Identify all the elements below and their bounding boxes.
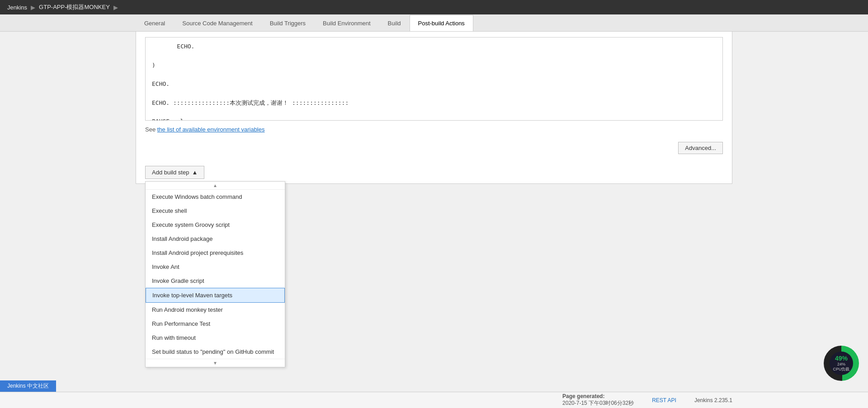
jenkins-community-bar: Jenkins 中文社区 bbox=[0, 380, 56, 392]
dropdown-item-invoke-maven[interactable]: Invoke top-level Maven targets bbox=[146, 288, 285, 303]
tab-build-triggers[interactable]: Build Triggers bbox=[261, 15, 314, 31]
jenkins-version-label: Jenkins 2.235.1 bbox=[694, 397, 732, 403]
add-build-step-arrow-icon: ▲ bbox=[192, 169, 198, 176]
advanced-row: Advanced... bbox=[136, 138, 732, 161]
code-line-6 bbox=[152, 89, 716, 98]
jenkins-community-label: Jenkins 中文社区 bbox=[7, 383, 49, 389]
code-line-7: ECHO. ::::::::::::::::本次测试完成，谢谢！ :::::::… bbox=[152, 98, 716, 108]
tab-build-environment[interactable]: Build Environment bbox=[314, 15, 379, 31]
main-content: ECHO. ) ECHO. ECHO. ::::::::::::::::本次测试… bbox=[136, 32, 732, 184]
dropdown-item-install-android-pkg[interactable]: Install Android package bbox=[146, 232, 285, 246]
code-line-9: PAUSE>nul bbox=[152, 117, 716, 121]
tab-general[interactable]: General bbox=[136, 15, 174, 31]
project-link[interactable]: GTP-APP-模拟器MONKEY bbox=[39, 3, 110, 11]
cpu-inner: 49% 24% CPU负载 bbox=[830, 352, 853, 375]
breadcrumb-arrow1: ▶ bbox=[31, 4, 35, 11]
cpu-widget: 49% 24% CPU负载 bbox=[824, 346, 859, 381]
jenkins-home-link[interactable]: Jenkins bbox=[7, 4, 27, 11]
cpu-percent: 49% bbox=[835, 355, 848, 362]
dropdown-item-execute-windows[interactable]: Execute Windows batch command bbox=[146, 190, 285, 204]
cpu-load-label: CPU负载 bbox=[833, 366, 849, 372]
tab-post-build-actions[interactable]: Post-build Actions bbox=[410, 15, 473, 31]
dropdown-item-run-android-monkey[interactable]: Run Android monkey tester bbox=[146, 303, 285, 317]
cpu-load-value: 24% bbox=[837, 362, 845, 366]
code-line-5: ECHO. bbox=[152, 80, 716, 89]
dropdown-item-run-with-timeout[interactable]: Run with timeout bbox=[146, 331, 285, 345]
env-vars-prefix: See bbox=[145, 126, 157, 133]
add-build-step-button[interactable]: Add build step ▲ bbox=[145, 166, 204, 179]
add-build-step-label: Add build step bbox=[152, 169, 189, 176]
code-editor[interactable]: ECHO. ) ECHO. ECHO. ::::::::::::::::本次测试… bbox=[145, 37, 723, 121]
env-vars-row: See the list of available environment va… bbox=[136, 121, 732, 138]
breadcrumb-arrow2: ▶ bbox=[113, 4, 118, 11]
dropdown-item-invoke-ant[interactable]: Invoke Ant bbox=[146, 260, 285, 274]
code-line-3: ) bbox=[152, 61, 716, 70]
tab-source-code-management[interactable]: Source Code Management bbox=[174, 15, 261, 31]
code-line-8 bbox=[152, 108, 716, 117]
dropdown-arrow-up-icon: ▲ bbox=[146, 182, 285, 190]
tabs-bar: General Source Code Management Build Tri… bbox=[0, 14, 868, 32]
add-build-step-dropdown: ▲ Execute Windows batch command Execute … bbox=[145, 181, 285, 367]
footer: Page generated: 2020-7-15 下午03时06分32秒 RE… bbox=[0, 392, 868, 408]
page-generated-label: Page generated: bbox=[562, 393, 604, 399]
dropdown-item-set-build-status[interactable]: Set build status to "pending" on GitHub … bbox=[146, 345, 285, 359]
advanced-button[interactable]: Advanced... bbox=[678, 142, 723, 154]
dropdown-item-execute-shell[interactable]: Execute shell bbox=[146, 204, 285, 218]
code-line-1: ECHO. bbox=[152, 42, 716, 52]
dropdown-item-run-performance-test[interactable]: Run Performance Test bbox=[146, 317, 285, 331]
code-line-2 bbox=[152, 52, 716, 61]
footer-page-generated: Page generated: 2020-7-15 下午03时06分32秒 bbox=[562, 393, 634, 407]
code-header-area bbox=[136, 32, 732, 37]
tab-build[interactable]: Build bbox=[379, 15, 410, 31]
dropdown-arrow-down-icon: ▼ bbox=[146, 359, 285, 367]
env-vars-link[interactable]: the list of available environment variab… bbox=[157, 126, 265, 133]
dropdown-item-install-android-prereqs[interactable]: Install Android project prerequisites bbox=[146, 246, 285, 260]
add-build-step-row: Add build step ▲ ▲ Execute Windows batch… bbox=[136, 161, 732, 183]
code-line-4 bbox=[152, 70, 716, 80]
rest-api-link[interactable]: REST API bbox=[652, 397, 676, 403]
dropdown-item-invoke-gradle[interactable]: Invoke Gradle script bbox=[146, 274, 285, 288]
page-generated-timestamp: 2020-7-15 下午03时06分32秒 bbox=[562, 399, 634, 407]
top-bar: Jenkins ▶ GTP-APP-模拟器MONKEY ▶ bbox=[0, 0, 868, 14]
dropdown-item-execute-groovy[interactable]: Execute system Groovy script bbox=[146, 218, 285, 232]
